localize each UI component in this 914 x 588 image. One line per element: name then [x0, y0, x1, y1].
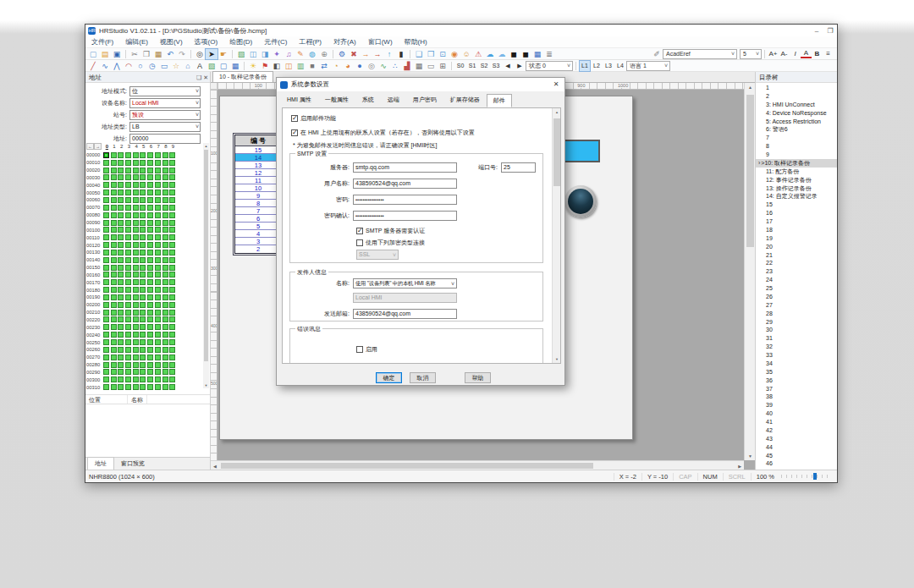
save-icon[interactable]: ▣ [111, 49, 123, 59]
address-bit-cell[interactable] [147, 174, 153, 180]
dialog-tab-系统[interactable]: 系统 [355, 93, 381, 107]
field-select-2[interactable]: 预设 [129, 110, 201, 120]
address-bit-cell[interactable] [147, 242, 153, 248]
tree-item-35[interactable]: ›35 [756, 368, 837, 376]
settings-gear-icon[interactable]: ⚙ [336, 49, 348, 59]
address-bit-cell[interactable] [111, 190, 117, 195]
address-bit-cell[interactable] [133, 182, 139, 188]
address-bit-cell[interactable] [140, 316, 146, 322]
address-bit-cell[interactable] [147, 227, 153, 233]
address-bit-cell[interactable] [118, 242, 124, 248]
address-bit-cell[interactable] [133, 384, 139, 390]
address-bit-cell[interactable] [162, 242, 168, 248]
download-icon[interactable]: ↑ [383, 49, 395, 59]
address-bit-cell[interactable] [118, 362, 124, 368]
address-bit-cell[interactable] [133, 310, 139, 316]
address-bit-cell[interactable] [155, 190, 161, 195]
address-bit-cell[interactable] [169, 279, 175, 285]
address-bit-cell[interactable] [155, 362, 161, 368]
sample-number-table-element[interactable]: 编 号 15141312111098765432 [234, 135, 282, 254]
menu-窗口(W)[interactable]: 窗口(W) [362, 36, 399, 47]
pan-hand-icon[interactable]: ☛ [217, 49, 229, 59]
address-bit-cell[interactable] [125, 190, 131, 195]
font-color-button[interactable]: A [801, 49, 812, 58]
tree-item-43[interactable]: ›43 [756, 435, 837, 443]
address-bit-cell[interactable] [125, 354, 131, 360]
dialog-tab-HMI 属性[interactable]: HMI 属性 [280, 93, 318, 107]
address-bit-cell[interactable] [147, 168, 153, 173]
tree-item-18[interactable]: ›18 [756, 226, 837, 234]
address-bit-cell[interactable] [133, 354, 139, 360]
address-bit-cell[interactable] [147, 369, 153, 375]
field-input-4[interactable]: 00000 [129, 134, 201, 144]
meter-widget-icon[interactable]: ◕ [342, 61, 354, 71]
address-bit-cell[interactable] [140, 234, 146, 240]
music-icon[interactable]: ♫ [283, 49, 295, 59]
address-bit-cell[interactable] [111, 250, 117, 256]
tree-item-13[interactable]: ›13: 操作记录备份 [756, 184, 837, 193]
address-grid-scrollbar[interactable]: ▲ ▼ [203, 143, 209, 388]
dialog-tab-一般属性[interactable]: 一般属性 [318, 93, 355, 107]
address-bit-cell[interactable] [133, 302, 139, 308]
alarm-bell-icon[interactable]: ⚠ [472, 49, 484, 59]
menu-帮助(H)[interactable]: 帮助(H) [399, 36, 433, 47]
sender-name-select[interactable]: 使用 "设备列表" 中的本机 HMI 名称 [353, 278, 457, 289]
address-bit-cell[interactable] [103, 174, 109, 180]
address-bit-cell[interactable] [111, 347, 117, 353]
address-bit-cell[interactable] [162, 369, 168, 375]
cloud-download-icon[interactable]: ☁ [496, 49, 508, 59]
address-bit-cell[interactable] [169, 294, 175, 300]
address-bit-cell[interactable] [125, 339, 131, 345]
tree-item-4[interactable]: ›4: Device NoResponse [756, 109, 837, 118]
address-bit-cell[interactable] [147, 287, 153, 293]
tree-item-27[interactable]: ›27 [756, 301, 837, 310]
address-bit-cell[interactable] [155, 272, 161, 278]
address-bit-cell[interactable] [118, 257, 124, 263]
address-bit-cell[interactable] [103, 362, 109, 368]
address-bit-cell[interactable] [133, 347, 139, 353]
tab-window-preview[interactable]: 窗口预览 [114, 458, 151, 470]
delete-icon[interactable]: ✖ [348, 49, 360, 59]
address-bit-cell[interactable] [155, 369, 161, 375]
address-bit-cell[interactable] [169, 369, 175, 375]
address-bit-cell[interactable] [169, 362, 175, 368]
text-tool-icon[interactable]: A [194, 61, 206, 71]
address-bit-cell[interactable] [155, 205, 161, 211]
address-bit-cell[interactable] [125, 279, 131, 285]
address-bit-cell[interactable] [103, 168, 109, 173]
address-bit-cell[interactable] [133, 212, 139, 218]
address-bit-cell[interactable] [162, 265, 168, 271]
block-widget-icon[interactable]: ■ [306, 61, 318, 71]
address-bit-cell[interactable] [103, 287, 109, 293]
language-button-L3[interactable]: L3 [603, 61, 614, 71]
address-bit-cell[interactable] [133, 257, 139, 263]
address-bit-cell[interactable] [133, 272, 139, 278]
address-bit-cell[interactable] [155, 354, 161, 360]
address-bit-cell[interactable] [125, 168, 131, 173]
select-cursor-icon[interactable]: ➤ [206, 49, 217, 59]
sender-mail-input[interactable]: 438590524@qq.com [353, 309, 457, 319]
dialog-tab-邮件[interactable]: 邮件 [487, 94, 512, 107]
address-bit-cell[interactable] [111, 152, 117, 158]
address-bit-cell[interactable] [133, 339, 139, 345]
address-bit-cell[interactable] [155, 332, 161, 338]
address-bit-cell[interactable] [133, 205, 139, 211]
address-bit-cell[interactable] [118, 272, 124, 278]
address-bit-cell[interactable] [147, 152, 153, 158]
align-button[interactable]: ≡ [823, 50, 834, 58]
undo-icon[interactable]: ↶ [164, 49, 176, 59]
tree-item-41[interactable]: ›41 [756, 418, 837, 426]
address-bit-cell[interactable] [169, 332, 175, 338]
address-bit-cell[interactable] [155, 227, 161, 233]
address-bit-cell[interactable] [133, 362, 139, 368]
address-bit-cell[interactable] [118, 168, 124, 173]
address-bit-cell[interactable] [111, 160, 117, 166]
address-bit-cell[interactable] [133, 265, 139, 271]
address-bit-cell[interactable] [103, 205, 109, 211]
address-bit-cell[interactable] [147, 205, 153, 211]
address-bit-cell[interactable] [111, 316, 117, 322]
address-bit-cell[interactable] [147, 265, 153, 271]
effects-icon[interactable]: ✦ [271, 49, 283, 59]
style-brush-icon[interactable]: ✐ [651, 49, 663, 59]
address-bit-cell[interactable] [169, 182, 175, 188]
